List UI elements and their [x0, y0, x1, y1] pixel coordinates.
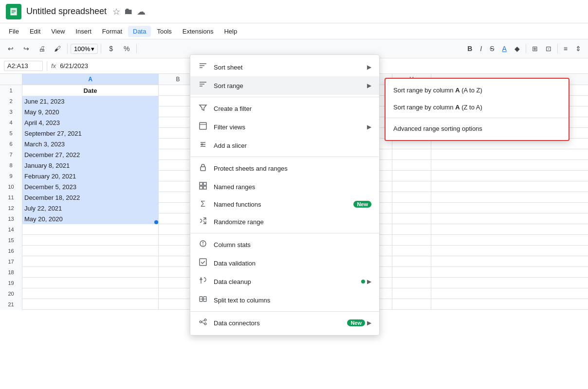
cell-19a[interactable]: [22, 278, 159, 288]
cell-14h[interactable]: [392, 224, 431, 235]
cell-21h[interactable]: [392, 299, 431, 310]
row-num[interactable]: 7: [0, 149, 22, 160]
star-icon[interactable]: ☆: [112, 6, 120, 17]
align-button[interactable]: ≡: [561, 42, 570, 55]
row-num[interactable]: 3: [0, 106, 22, 117]
menu-help[interactable]: Help: [219, 26, 242, 37]
menu-item-sort-sheet[interactable]: Sort sheet ▶: [190, 58, 379, 76]
cell-11a[interactable]: December 18, 2022: [22, 192, 159, 203]
row-num[interactable]: 21: [0, 299, 22, 310]
cell-17h[interactable]: [392, 256, 431, 267]
cell-3a[interactable]: May 9, 2020: [22, 106, 159, 117]
col-header-a[interactable]: A: [22, 74, 159, 85]
cell-18h[interactable]: [392, 267, 431, 278]
row-num[interactable]: 10: [0, 181, 22, 192]
cell-13h[interactable]: [392, 213, 431, 224]
cell-16h[interactable]: [392, 246, 431, 256]
cell-17a[interactable]: [22, 256, 159, 267]
row-num[interactable]: 8: [0, 160, 22, 171]
print-button[interactable]: 🖨: [35, 42, 49, 55]
cell-13a[interactable]: May 20, 2020: [22, 213, 159, 224]
drive-icon[interactable]: 🖿: [124, 6, 133, 17]
menu-item-data-connectors[interactable]: Data connectors New ▶: [190, 314, 379, 332]
menu-item-named-ranges[interactable]: Named ranges: [190, 177, 379, 196]
sort-z-to-a-item[interactable]: Sort range by column A (Z to A): [386, 99, 569, 116]
row-num[interactable]: 6: [0, 139, 22, 149]
sort-a-to-z-item[interactable]: Sort range by column A (A to Z): [386, 82, 569, 99]
cell-6a[interactable]: March 3, 2023: [22, 139, 159, 149]
row-num[interactable]: 4: [0, 117, 22, 128]
cell-8h[interactable]: [392, 160, 431, 171]
row-num[interactable]: 9: [0, 171, 22, 181]
cell-12a[interactable]: July 22, 2021: [22, 203, 159, 213]
menu-data[interactable]: Data: [128, 26, 151, 37]
italic-button[interactable]: I: [477, 42, 485, 55]
cloud-icon[interactable]: ☁: [137, 6, 146, 17]
bold-button[interactable]: B: [464, 42, 475, 55]
menu-item-data-validation[interactable]: Data validation: [190, 254, 379, 272]
cell-9a[interactable]: February 20, 2021: [22, 171, 159, 181]
borders-button[interactable]: ⊞: [529, 42, 541, 55]
menu-item-filter-views[interactable]: Filter views ▶: [190, 118, 379, 136]
underline-button[interactable]: A: [499, 42, 509, 55]
redo-button[interactable]: ↪: [19, 42, 33, 55]
cell-10a[interactable]: December 5, 2023: [22, 181, 159, 192]
menu-insert[interactable]: Insert: [71, 26, 96, 37]
cell-9h[interactable]: [392, 171, 431, 181]
row-num[interactable]: 14: [0, 224, 22, 235]
row-num[interactable]: 1: [0, 85, 22, 96]
percent-button[interactable]: %: [120, 42, 133, 55]
cell-1a[interactable]: Date: [22, 85, 159, 96]
menu-file[interactable]: File: [4, 26, 24, 37]
advanced-sort-item[interactable]: Advanced range sorting options: [386, 120, 569, 137]
cell-20a[interactable]: [22, 288, 159, 299]
cell-12h[interactable]: [392, 203, 431, 213]
menu-view[interactable]: View: [46, 26, 70, 37]
cell-8a[interactable]: January 8, 2021: [22, 160, 159, 171]
undo-button[interactable]: ↩: [4, 42, 18, 55]
paint-format-button[interactable]: 🖌: [51, 42, 64, 55]
menu-item-named-functions[interactable]: Σ Named functions New: [190, 196, 379, 212]
menu-item-column-stats[interactable]: Column stats: [190, 235, 379, 254]
menu-item-randomize[interactable]: Randomize range: [190, 212, 379, 231]
menu-format[interactable]: Format: [97, 26, 127, 37]
cell-21a[interactable]: [22, 299, 159, 310]
valign-button[interactable]: ⇕: [572, 42, 584, 55]
cell-14a[interactable]: [22, 224, 159, 235]
row-num[interactable]: 20: [0, 288, 22, 299]
zoom-control[interactable]: 100% ▾: [71, 44, 98, 54]
menu-item-sort-range[interactable]: Sort range ▶: [190, 76, 379, 95]
cell-19h[interactable]: [392, 278, 431, 288]
cell-16a[interactable]: [22, 246, 159, 256]
row-num[interactable]: 18: [0, 267, 22, 278]
row-num[interactable]: 16: [0, 246, 22, 256]
strikethrough-button[interactable]: S: [487, 42, 497, 55]
row-num[interactable]: 11: [0, 192, 22, 203]
fill-color-button[interactable]: ◆: [512, 42, 523, 55]
row-num[interactable]: 15: [0, 235, 22, 246]
menu-item-split-text[interactable]: Split text to columns: [190, 291, 379, 309]
cell-7a[interactable]: December 27, 2022: [22, 149, 159, 160]
cell-11h[interactable]: [392, 192, 431, 203]
row-num[interactable]: 2: [0, 96, 22, 106]
cell-5a[interactable]: September 27, 2021: [22, 128, 159, 139]
menu-item-create-filter[interactable]: Create a filter: [190, 99, 379, 118]
cell-7h[interactable]: [392, 149, 431, 160]
cell-2a[interactable]: June 21, 2023: [22, 96, 159, 106]
menu-item-add-slicer[interactable]: Add a slicer: [190, 136, 379, 155]
cell-10h[interactable]: [392, 181, 431, 192]
menu-extensions[interactable]: Extensions: [178, 26, 219, 37]
menu-tools[interactable]: Tools: [152, 26, 176, 37]
row-num[interactable]: 13: [0, 213, 22, 224]
cell-15a[interactable]: [22, 235, 159, 246]
row-num[interactable]: 5: [0, 128, 22, 139]
merge-button[interactable]: ⊡: [543, 42, 554, 55]
cell-20h[interactable]: [392, 288, 431, 299]
spreadsheet-title[interactable]: Untitled spreadsheet: [26, 6, 107, 17]
cell-18a[interactable]: [22, 267, 159, 278]
menu-edit[interactable]: Edit: [25, 26, 45, 37]
cell-15h[interactable]: [392, 235, 431, 246]
currency-button[interactable]: $: [104, 42, 118, 55]
menu-item-protect[interactable]: Protect sheets and ranges: [190, 159, 379, 177]
row-num[interactable]: 12: [0, 203, 22, 213]
